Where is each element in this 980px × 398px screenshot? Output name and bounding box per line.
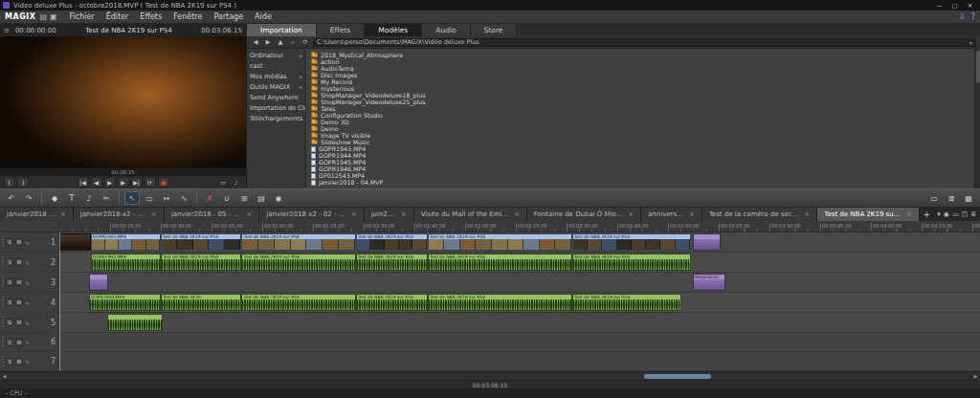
- video-clip[interactable]: Test de NBA 2K19 sur PS4: [161, 233, 242, 251]
- list-item[interactable]: Demo 3D: [311, 119, 974, 125]
- list-item[interactable]: Slideshow Music: [311, 139, 974, 145]
- video-dark-clip[interactable]: [59, 233, 91, 251]
- magnet-icon[interactable]: ∪: [219, 191, 234, 205]
- volume-icon[interactable]: ♪: [231, 177, 242, 188]
- monitor-icon[interactable]: ▭: [952, 210, 959, 218]
- chevron-right-icon[interactable]: ▸: [300, 51, 302, 61]
- help-icon[interactable]: ?: [971, 11, 975, 23]
- project-tab[interactable]: anniversaire×: [641, 208, 702, 221]
- tab-close-icon[interactable]: ×: [906, 210, 912, 218]
- sidebar-item-outils-magix[interactable]: Outils MAGIX▸: [247, 82, 305, 93]
- chevron-right-icon[interactable]: ▸: [300, 82, 302, 93]
- list-item[interactable]: Configuration Studio: [311, 112, 974, 119]
- project-tab[interactable]: janvier2018 - 04×: [0, 208, 74, 221]
- track-curve-icon[interactable]: ∿: [25, 279, 30, 286]
- sidebar-item-send-anywhere[interactable]: Send Anywhere: [247, 93, 305, 103]
- audio-clip[interactable]: Test de NBA 2K19 sur PS4: [241, 254, 355, 271]
- chevron-down-icon[interactable]: ▾: [969, 39, 972, 46]
- track-curve-icon[interactable]: ∿: [25, 339, 30, 345]
- list-item[interactable]: janvier2018 - 04.MVP: [311, 179, 974, 186]
- track-curve-icon[interactable]: ∿: [25, 320, 30, 326]
- camera-icon[interactable]: ◉: [944, 210, 949, 218]
- audio-clip[interactable]: Test de NBA 2K19 sur PS4: [356, 254, 428, 271]
- list-item[interactable]: Tales: [311, 105, 974, 112]
- scrollbar-track[interactable]: [9, 373, 971, 380]
- menu-effets[interactable]: Effets: [135, 11, 167, 23]
- track-lane-3[interactable]: Respiration: [59, 273, 980, 292]
- audio-clip[interactable]: Test de NBA 2K19 sur PS4: [572, 254, 691, 271]
- project-tab[interactable]: Test de NBA 2K19 sur PS4×: [817, 208, 920, 221]
- purple-clip[interactable]: [89, 274, 108, 291]
- tab-audio[interactable]: Audio: [422, 24, 470, 36]
- audio-clip[interactable]: GOPR1943.MP4: [89, 294, 161, 311]
- track-grip[interactable]: [2, 297, 4, 308]
- track-s-button[interactable]: S: [6, 238, 13, 246]
- horizontal-scrollbar[interactable]: ◀ ▶: [0, 371, 980, 380]
- scrollbar-thumb[interactable]: [644, 374, 711, 379]
- track-lane-6[interactable]: [59, 333, 980, 351]
- search-icon[interactable]: ⌕: [288, 37, 298, 48]
- jump-end-button[interactable]: ▶|: [131, 177, 143, 188]
- track-curve-icon[interactable]: ∿: [25, 299, 30, 306]
- track-curve-icon[interactable]: ∿: [25, 239, 30, 246]
- tab-close-icon[interactable]: ×: [246, 210, 252, 218]
- track-lane-2[interactable]: GOPR1943.MP4Test de NBA 2K19 sur PS4Test…: [59, 253, 980, 272]
- mouse-move-icon[interactable]: ↖: [124, 191, 140, 205]
- up-icon[interactable]: ▲: [276, 37, 285, 48]
- track-m-button[interactable]: M: [15, 339, 23, 346]
- audio-record-icon[interactable]: ♪: [81, 191, 97, 205]
- track-grip[interactable]: [2, 337, 4, 348]
- track-grip[interactable]: [2, 236, 4, 248]
- track-s-button[interactable]: S: [6, 298, 13, 306]
- track-s-button[interactable]: S: [6, 319, 13, 326]
- track-lane-4[interactable]: GOPR1943.MP4Test de NBA 2K19Test de NBA …: [59, 293, 980, 312]
- audio-clip[interactable]: Test de NBA 2K19 sur PS4: [428, 254, 572, 271]
- list-item[interactable]: 2018_Mystical_Atmosphere: [311, 52, 974, 58]
- close-button[interactable]: ✕: [963, 1, 977, 11]
- video-canvas[interactable]: [0, 36, 246, 167]
- list-icon[interactable]: ≣: [970, 210, 976, 218]
- marker-icon[interactable]: ◆: [47, 191, 62, 205]
- tab-modèles[interactable]: Modèles: [365, 24, 422, 36]
- tab-close-icon[interactable]: ×: [689, 210, 695, 218]
- video-clip[interactable]: Test de NBA 2K19 sur PS4: [572, 233, 691, 251]
- tab-close-icon[interactable]: ×: [151, 210, 157, 218]
- frame-back-button[interactable]: ◀: [91, 177, 102, 188]
- audio-clip[interactable]: Test de NBA 2K19 sur PS4: [572, 294, 681, 311]
- title-icon[interactable]: T: [64, 191, 79, 205]
- list-item[interactable]: GP012543.MP4: [311, 172, 974, 179]
- video-clip[interactable]: Test de NBA 2K19 sur PS4: [241, 233, 355, 251]
- frame-forward-button[interactable]: ▶: [118, 177, 129, 188]
- audio-clip[interactable]: Test de NBA 2K19 sur PS4: [356, 294, 428, 311]
- track-m-button[interactable]: M: [15, 319, 23, 326]
- video-clip[interactable]: GOPR1943.MP4: [91, 233, 161, 251]
- project-tab[interactable]: juin2018×: [365, 208, 414, 221]
- tab-close-icon[interactable]: ×: [351, 210, 357, 218]
- list-item[interactable]: Disc Images: [311, 72, 974, 78]
- track-grip[interactable]: [2, 317, 4, 328]
- store-icon[interactable]: ⇩: [959, 11, 966, 23]
- forward-icon[interactable]: ▶: [263, 37, 273, 48]
- track-s-button[interactable]: S: [6, 278, 13, 286]
- jump-start-button[interactable]: |◀: [78, 177, 89, 188]
- open-project-icon[interactable]: ▤: [39, 11, 47, 23]
- add-project-tab-button[interactable]: +: [920, 208, 933, 221]
- split-view-icon[interactable]: ◫: [962, 210, 969, 218]
- tab-importation[interactable]: Importation: [247, 24, 317, 36]
- track-curve-icon[interactable]: ∿: [25, 358, 30, 365]
- track-m-button[interactable]: M: [15, 238, 23, 246]
- mouse-range-icon[interactable]: ▭: [142, 191, 157, 205]
- menu-aide[interactable]: Aide: [250, 11, 277, 23]
- menu-fenêtre[interactable]: Fenêtre: [168, 11, 207, 23]
- track-grip[interactable]: [2, 356, 4, 367]
- audio-clip[interactable]: [107, 314, 163, 331]
- audio-clip[interactable]: GOPR1943.MP4: [91, 254, 161, 271]
- refresh-icon[interactable]: ⟳: [301, 37, 310, 48]
- sidebar-item-téléchargements[interactable]: Téléchargements: [247, 114, 305, 124]
- list-item[interactable]: GOPR1943.MP4: [311, 145, 974, 152]
- track-lane-7[interactable]: [59, 352, 980, 370]
- track-grip[interactable]: [2, 276, 4, 288]
- tab-close-icon[interactable]: ×: [804, 210, 810, 218]
- camera-icon[interactable]: ◉: [271, 191, 286, 205]
- sidebar-item-mes-médias[interactable]: Mes médias▸: [247, 72, 305, 82]
